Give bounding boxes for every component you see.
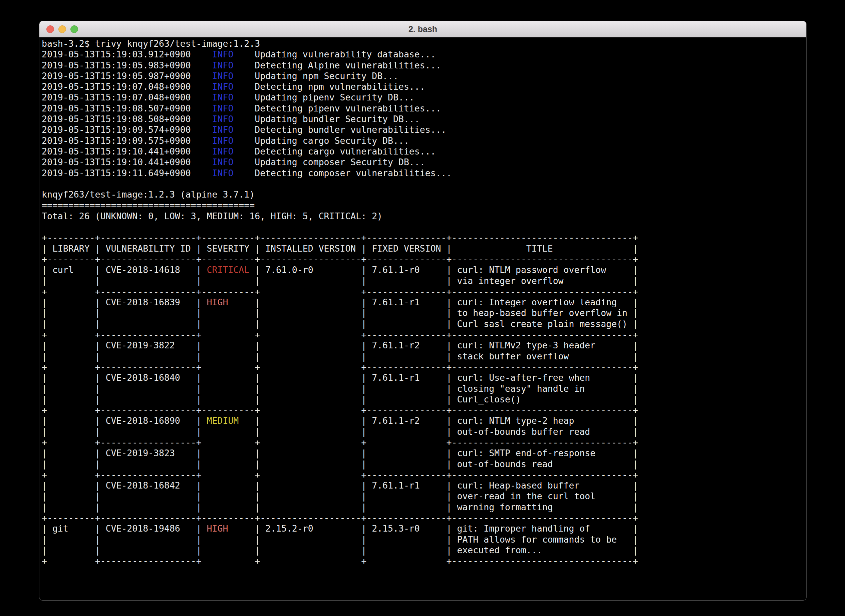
terminal-text bbox=[202, 383, 255, 394]
terminal-text: | | | to heap-based buffer overflow in | bbox=[255, 308, 638, 318]
terminal-text: +---------+------------------+----------… bbox=[42, 513, 638, 523]
terminal-text: | | CVE-2018-16840 | bbox=[42, 373, 202, 383]
terminal-line: 2019-05-13T15:19:09.575+0900 INFO Updati… bbox=[42, 135, 806, 146]
terminal-text: 2019-05-13T15:19:10.441+0900 bbox=[42, 146, 212, 157]
terminal-text: | | | Curl_close() | bbox=[255, 394, 638, 405]
terminal-line: | | CVE-2019-3822 | | | 7.61.1-r2 | curl… bbox=[42, 340, 806, 351]
terminal-text: Detecting bundler vulnerabilities... bbox=[233, 125, 446, 135]
terminal-text: | git | CVE-2018-19486 | bbox=[42, 523, 202, 534]
terminal-text: | | | bbox=[42, 383, 202, 394]
terminal-text: 2019-05-13T15:19:03.912+0900 bbox=[42, 49, 212, 59]
terminal-text: | | | bbox=[42, 319, 202, 329]
terminal-text bbox=[202, 491, 255, 501]
medium-text: MEDIUM bbox=[202, 415, 255, 426]
terminal-text bbox=[202, 480, 255, 491]
terminal-text: +---------+------------------+----------… bbox=[42, 232, 638, 243]
terminal-text bbox=[202, 534, 255, 544]
critical-text: CRITICAL bbox=[202, 265, 255, 275]
terminal-text: | | CVE-2018-16842 | bbox=[42, 480, 202, 491]
terminal-line: | LIBRARY | VULNERABILITY ID | SEVERITY … bbox=[42, 243, 806, 254]
title-bar[interactable]: 2. bash bbox=[40, 21, 806, 37]
terminal-line: ======================================== bbox=[42, 200, 806, 211]
terminal-text: Updating npm Security DB... bbox=[233, 71, 399, 81]
terminal-line: 2019-05-13T15:19:09.574+0900 INFO Detect… bbox=[42, 125, 806, 135]
terminal-text bbox=[202, 308, 255, 318]
terminal-text: ======================================== bbox=[42, 200, 255, 210]
terminal-line: + +------------------+ + +--------------… bbox=[42, 469, 806, 480]
terminal-line: | | | | | | out-of-bounds buffer read | bbox=[42, 427, 806, 437]
terminal-text: | | | out-of-bounds buffer read | bbox=[255, 427, 638, 437]
terminal-text: + +------------------+ + + +------------… bbox=[42, 437, 638, 447]
terminal-line: 2019-05-13T15:19:10.441+0900 INFO Detect… bbox=[42, 146, 806, 157]
terminal-text: | | | closing "easy" handle in | bbox=[255, 383, 638, 394]
desktop: { "window": { "title": "2. bash", "contr… bbox=[0, 0, 845, 616]
terminal-text: | | CVE-2019-3823 | bbox=[42, 448, 202, 458]
terminal-line: | | | | | | closing "easy" handle in | bbox=[42, 383, 806, 394]
terminal-text: | | CVE-2019-3822 | bbox=[42, 340, 202, 351]
terminal-line: 2019-05-13T15:19:07.048+0900 INFO Detect… bbox=[42, 81, 806, 92]
terminal-line: 2019-05-13T15:19:08.508+0900 INFO Updati… bbox=[42, 114, 806, 125]
terminal-window: 2. bash bash-3.2$ trivy knqyf263/test-im… bbox=[40, 21, 806, 600]
terminal-text bbox=[202, 459, 255, 469]
window-title: 2. bash bbox=[40, 21, 806, 37]
terminal-text: | | | bbox=[42, 351, 202, 361]
terminal-text: | LIBRARY | VULNERABILITY ID | SEVERITY … bbox=[42, 243, 638, 254]
terminal-text bbox=[202, 427, 255, 437]
terminal-line: | | CVE-2018-16842 | | | 7.61.1-r1 | cur… bbox=[42, 480, 806, 491]
terminal-text: | | 7.61.1-r1 | curl: Integer overflow l… bbox=[255, 297, 638, 307]
terminal-text: +---------+------------------+----------… bbox=[42, 254, 638, 264]
terminal-line: knqyf263/test-image:1.2.3 (alpine 3.7.1) bbox=[42, 189, 806, 200]
terminal-text: + +------------------+ + + +------------… bbox=[42, 556, 638, 566]
terminal-text bbox=[202, 545, 255, 555]
info-text: INFO bbox=[212, 157, 233, 167]
terminal-line: + +------------------+ + + +------------… bbox=[42, 437, 806, 448]
terminal-text: | | | bbox=[42, 427, 202, 437]
terminal-text: bash-3.2$ trivy knqyf263/test-image:1.2.… bbox=[42, 38, 260, 49]
terminal-text bbox=[202, 351, 255, 361]
terminal-text: Updating vulnerability database... bbox=[233, 49, 436, 59]
terminal-text: + +------------------+ + +--------------… bbox=[42, 469, 638, 480]
terminal-line: bash-3.2$ trivy knqyf263/test-image:1.2.… bbox=[42, 38, 806, 49]
terminal-text bbox=[202, 448, 255, 458]
terminal-line: +---------+------------------+----------… bbox=[42, 254, 806, 265]
terminal-line: + +------------------+ + +--------------… bbox=[42, 362, 806, 373]
terminal-text: | | 7.61.1-r2 | curl: NTLM type-2 heap | bbox=[255, 415, 638, 426]
terminal-line: 2019-05-13T15:19:08.507+0900 INFO Detect… bbox=[42, 103, 806, 114]
terminal-line: | | | | | | PATH allows for commands to … bbox=[42, 534, 806, 545]
terminal-text: + +------------------+----------+ +-----… bbox=[42, 286, 638, 297]
info-text: INFO bbox=[212, 135, 233, 146]
terminal-text: | | | via integer overflow | bbox=[255, 276, 638, 286]
info-text: INFO bbox=[212, 168, 233, 178]
terminal-text: | | | executed from... | bbox=[255, 545, 638, 555]
terminal-line: 2019-05-13T15:19:11.649+0900 INFO Detect… bbox=[42, 168, 806, 179]
terminal-text bbox=[202, 373, 255, 383]
info-text: INFO bbox=[212, 60, 233, 70]
terminal-text bbox=[202, 340, 255, 351]
terminal-line: 2019-05-13T15:19:10.441+0900 INFO Updati… bbox=[42, 157, 806, 167]
info-text: INFO bbox=[212, 49, 233, 59]
terminal-line: | | | | | | via integer overflow | bbox=[42, 276, 806, 286]
terminal-line: | | CVE-2018-16890 | MEDIUM | | 7.61.1-r… bbox=[42, 415, 806, 426]
info-text: INFO bbox=[212, 71, 233, 81]
terminal-line: | | | | | | out-of-bounds read | bbox=[42, 459, 806, 469]
terminal-text: Detecting npm vulnerabilities... bbox=[233, 81, 425, 92]
terminal-text: | | | curl: SMTP end-of-response | bbox=[255, 448, 638, 458]
high-text: HIGH bbox=[202, 297, 255, 307]
terminal-text: 2019-05-13T15:19:08.508+0900 bbox=[42, 114, 212, 124]
terminal-text: 2019-05-13T15:19:05.987+0900 bbox=[42, 71, 212, 81]
terminal-text: 2019-05-13T15:19:10.441+0900 bbox=[42, 157, 212, 167]
terminal-text: 2019-05-13T15:19:11.649+0900 bbox=[42, 168, 212, 178]
terminal-line: | | | | | | over-read in the curl tool | bbox=[42, 491, 806, 502]
terminal-text: Updating composer Security DB... bbox=[233, 157, 425, 167]
terminal-line: | | CVE-2018-16840 | | | 7.61.1-r1 | cur… bbox=[42, 373, 806, 383]
terminal-line: 2019-05-13T15:19:05.987+0900 INFO Updati… bbox=[42, 71, 806, 81]
terminal-text: | | | bbox=[42, 502, 202, 512]
terminal-text: Detecting Alpine vulnerabilities... bbox=[233, 60, 441, 70]
terminal-text: 2019-05-13T15:19:07.048+0900 bbox=[42, 92, 212, 103]
terminal-line: | | | | | | Curl_sasl_create_plain_messa… bbox=[42, 319, 806, 329]
terminal-text: | | | out-of-bounds read | bbox=[255, 459, 638, 469]
terminal-screen[interactable]: bash-3.2$ trivy knqyf263/test-image:1.2.… bbox=[40, 37, 806, 567]
info-text: INFO bbox=[212, 146, 233, 157]
terminal-text: | | | stack buffer overflow | bbox=[255, 351, 638, 361]
terminal-text: | | | bbox=[42, 545, 202, 555]
